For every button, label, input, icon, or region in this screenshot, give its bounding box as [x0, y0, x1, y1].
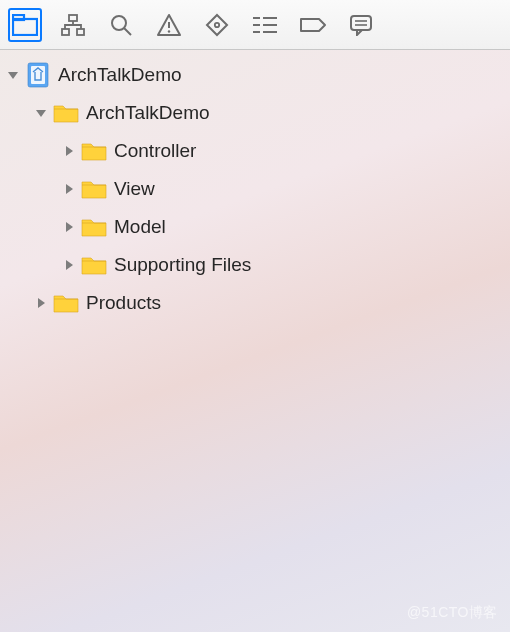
tree-row-folder[interactable]: Controller: [0, 132, 510, 170]
tree-label: ArchTalkDemo: [86, 102, 210, 124]
tree-row-project[interactable]: ArchTalkDemo: [0, 56, 510, 94]
project-tree: ArchTalkDemo ArchTalkDemo Controller Vie…: [0, 50, 510, 322]
watermark: @51CTO博客: [407, 604, 498, 622]
svg-rect-3: [62, 29, 69, 35]
svg-point-8: [168, 30, 170, 32]
folder-yellow-icon: [80, 213, 108, 241]
folder-icon[interactable]: [8, 8, 42, 42]
svg-rect-4: [77, 29, 84, 35]
folder-yellow-icon: [80, 251, 108, 279]
svg-point-5: [112, 16, 126, 30]
search-icon[interactable]: [104, 8, 138, 42]
tree-label: Controller: [114, 140, 196, 162]
tree-label: Supporting Files: [114, 254, 251, 276]
chevron-down-icon[interactable]: [4, 66, 22, 84]
chevron-right-icon[interactable]: [60, 256, 78, 274]
navigator-toolbar: [0, 0, 510, 50]
svg-point-9: [215, 22, 219, 26]
list-icon[interactable]: [248, 8, 282, 42]
folder-yellow-icon: [80, 137, 108, 165]
folder-yellow-icon: [80, 175, 108, 203]
project-icon: [24, 61, 52, 89]
tag-icon[interactable]: [296, 8, 330, 42]
tree-label: ArchTalkDemo: [58, 64, 182, 86]
hierarchy-icon[interactable]: [56, 8, 90, 42]
tree-row-folder[interactable]: Model: [0, 208, 510, 246]
svg-rect-1: [13, 15, 24, 20]
tree-row-folder[interactable]: ArchTalkDemo: [0, 94, 510, 132]
chevron-right-icon[interactable]: [60, 218, 78, 236]
chevron-right-icon[interactable]: [60, 142, 78, 160]
folder-yellow-icon: [52, 289, 80, 317]
tree-label: Model: [114, 216, 166, 238]
chevron-right-icon[interactable]: [60, 180, 78, 198]
tree-row-folder[interactable]: Supporting Files: [0, 246, 510, 284]
tree-row-folder[interactable]: Products: [0, 284, 510, 322]
tree-row-folder[interactable]: View: [0, 170, 510, 208]
comment-icon[interactable]: [344, 8, 378, 42]
svg-line-6: [124, 28, 131, 35]
tree-label: Products: [86, 292, 161, 314]
tree-label: View: [114, 178, 155, 200]
folder-yellow-icon: [52, 99, 80, 127]
diamond-icon[interactable]: [200, 8, 234, 42]
svg-rect-0: [13, 19, 37, 35]
chevron-right-icon[interactable]: [32, 294, 50, 312]
chevron-down-icon[interactable]: [32, 104, 50, 122]
svg-rect-16: [351, 16, 371, 30]
warning-icon[interactable]: [152, 8, 186, 42]
svg-rect-2: [69, 15, 77, 21]
